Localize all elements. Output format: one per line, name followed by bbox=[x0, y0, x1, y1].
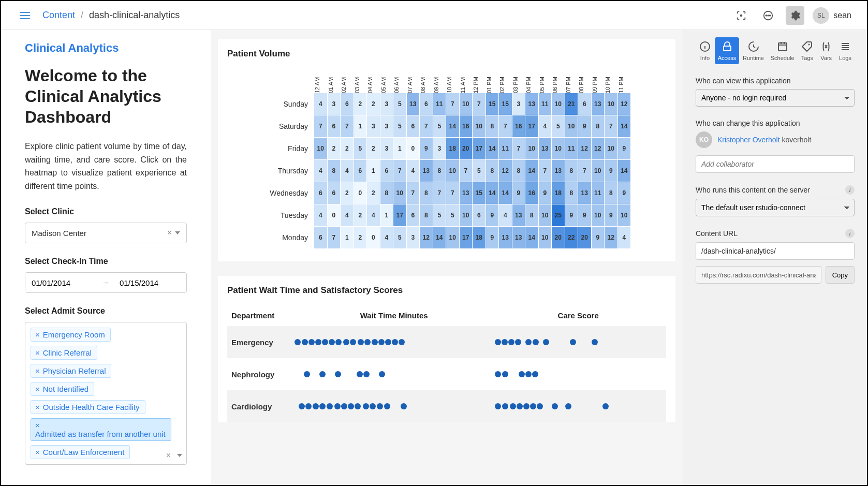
breadcrumb-content-link[interactable]: Content bbox=[42, 10, 75, 20]
heatmap-cell[interactable]: 12 bbox=[499, 160, 512, 182]
admit-tag[interactable]: ×Physician Referral bbox=[31, 364, 111, 378]
tab-info[interactable]: Info bbox=[696, 37, 714, 64]
heatmap-cell[interactable]: 12 bbox=[605, 227, 617, 248]
collab-name-link[interactable]: Kristopher Overholt bbox=[717, 136, 780, 144]
heatmap-cell[interactable]: 4 bbox=[618, 227, 631, 248]
heatmap-cell[interactable]: 10 bbox=[460, 204, 473, 226]
heatmap-cell[interactable]: 4 bbox=[341, 204, 354, 226]
info-icon[interactable]: i bbox=[845, 185, 855, 195]
heatmap-cell[interactable]: 1 bbox=[380, 204, 393, 226]
content-url-input[interactable] bbox=[696, 242, 855, 260]
heatmap-cell[interactable]: 9 bbox=[592, 227, 605, 248]
heatmap-cell[interactable]: 1 bbox=[393, 138, 406, 159]
heatmap-cell[interactable]: 3 bbox=[433, 138, 446, 159]
dot-plot[interactable] bbox=[293, 339, 405, 345]
heatmap-cell[interactable]: 8 bbox=[512, 160, 525, 182]
tab-access[interactable]: Access bbox=[715, 37, 739, 64]
heatmap-cell[interactable]: 2 bbox=[354, 204, 367, 226]
heatmap-cell[interactable]: 7 bbox=[328, 227, 341, 248]
dot-plot[interactable] bbox=[293, 403, 407, 409]
heatmap-cell[interactable]: 7 bbox=[341, 115, 354, 137]
tag-remove-icon[interactable]: × bbox=[35, 348, 40, 357]
heatmap-cell[interactable]: 18 bbox=[473, 227, 486, 248]
heatmap-cell[interactable]: 18 bbox=[446, 138, 459, 159]
tab-runtime[interactable]: Runtime bbox=[740, 37, 767, 64]
heatmap-cell[interactable]: 20 bbox=[552, 227, 565, 248]
heatmap-cell[interactable]: 0 bbox=[407, 138, 420, 159]
hamburger-menu-icon[interactable] bbox=[20, 12, 30, 19]
heatmap-cell[interactable]: 10 bbox=[592, 160, 605, 182]
more-icon[interactable] bbox=[759, 6, 777, 25]
heatmap-cell[interactable]: 17 bbox=[525, 115, 538, 137]
heatmap-cell[interactable]: 6 bbox=[314, 227, 327, 248]
heatmap-cell[interactable]: 1 bbox=[367, 160, 380, 182]
heatmap-cell[interactable]: 10 bbox=[592, 204, 605, 226]
heatmap-cell[interactable]: 7 bbox=[446, 182, 459, 204]
heatmap-cell[interactable]: 6 bbox=[420, 93, 433, 115]
heatmap-cell[interactable]: 14 bbox=[618, 115, 631, 137]
heatmap-cell[interactable]: 8 bbox=[592, 115, 605, 137]
admit-tag[interactable]: ×Admitted as transfer from another unit bbox=[31, 418, 171, 441]
heatmap-cell[interactable]: 4 bbox=[341, 160, 354, 182]
heatmap-cell[interactable]: 1 bbox=[354, 115, 367, 137]
heatmap-cell[interactable]: 6 bbox=[407, 204, 420, 226]
heatmap-cell[interactable]: 10 bbox=[605, 138, 617, 159]
heatmap-cell[interactable]: 2 bbox=[328, 138, 341, 159]
heatmap-cell[interactable]: 13 bbox=[539, 138, 552, 159]
tab-vars[interactable]: Vars bbox=[817, 37, 835, 64]
heatmap-cell[interactable]: 9 bbox=[512, 182, 525, 204]
heatmap-cell[interactable]: 6 bbox=[380, 160, 393, 182]
heatmap-cell[interactable]: 17 bbox=[473, 138, 486, 159]
heatmap-cell[interactable]: 9 bbox=[578, 115, 591, 137]
info-icon[interactable]: i bbox=[845, 229, 855, 238]
heatmap-cell[interactable]: 2 bbox=[341, 138, 354, 159]
heatmap-cell[interactable]: 13 bbox=[407, 93, 420, 115]
heatmap-cell[interactable]: 7 bbox=[499, 115, 512, 137]
heatmap-cell[interactable]: 13 bbox=[525, 93, 538, 115]
heatmap-cell[interactable]: 4 bbox=[380, 227, 393, 248]
tag-remove-icon[interactable]: × bbox=[35, 330, 40, 339]
heatmap-cell[interactable]: 2 bbox=[367, 93, 380, 115]
fullscreen-icon[interactable] bbox=[732, 6, 751, 25]
heatmap-cell[interactable]: 12 bbox=[618, 93, 631, 115]
heatmap-cell[interactable]: 7 bbox=[420, 115, 433, 137]
heatmap-cell[interactable]: 5 bbox=[446, 204, 459, 226]
heatmap-cell[interactable]: 14 bbox=[486, 182, 499, 204]
heatmap-cell[interactable]: 5 bbox=[473, 160, 486, 182]
heatmap-cell[interactable]: 7 bbox=[314, 115, 327, 137]
heatmap-cell[interactable]: 2 bbox=[367, 182, 380, 204]
who-runs-select[interactable]: The default user rstudio-connect bbox=[696, 199, 855, 216]
heatmap-cell[interactable]: 2 bbox=[341, 182, 354, 204]
heatmap-cell[interactable]: 10 bbox=[393, 182, 406, 204]
heatmap-cell[interactable]: 10 bbox=[539, 204, 552, 226]
tag-remove-icon[interactable]: × bbox=[35, 403, 40, 411]
dot-plot[interactable] bbox=[494, 371, 539, 377]
clear-icon[interactable]: × bbox=[167, 228, 172, 238]
heatmap-cell[interactable]: 11 bbox=[592, 182, 605, 204]
admit-tag[interactable]: ×Emergency Room bbox=[31, 328, 111, 342]
heatmap-cell[interactable]: 10 bbox=[473, 115, 486, 137]
heatmap-cell[interactable]: 12 bbox=[420, 227, 433, 248]
heatmap-cell[interactable]: 9 bbox=[605, 204, 617, 226]
heatmap-cell[interactable]: 9 bbox=[605, 160, 617, 182]
heatmap-cell[interactable]: 13 bbox=[592, 93, 605, 115]
heatmap-cell[interactable]: 10 bbox=[605, 93, 617, 115]
heatmap-cell[interactable]: 10 bbox=[565, 115, 578, 137]
heatmap-cell[interactable]: 10 bbox=[460, 93, 473, 115]
tag-remove-icon[interactable]: × bbox=[35, 366, 40, 375]
heatmap-cell[interactable]: 13 bbox=[552, 160, 565, 182]
heatmap-cell[interactable]: 3 bbox=[328, 93, 341, 115]
heatmap-cell[interactable]: 3 bbox=[407, 227, 420, 248]
heatmap-cell[interactable]: 11 bbox=[539, 93, 552, 115]
admit-tag[interactable]: ×Court/Law Enforcement bbox=[31, 445, 130, 459]
heatmap-cell[interactable]: 22 bbox=[565, 227, 578, 248]
heatmap-cell[interactable]: 16 bbox=[525, 182, 538, 204]
heatmap-cell[interactable]: 3 bbox=[380, 93, 393, 115]
heatmap-cell[interactable]: 5 bbox=[433, 115, 446, 137]
clear-icon[interactable]: × bbox=[166, 451, 171, 460]
heatmap-cell[interactable]: 13 bbox=[499, 227, 512, 248]
heatmap-cell[interactable]: 17 bbox=[460, 227, 473, 248]
heatmap-cell[interactable]: 6 bbox=[354, 160, 367, 182]
heatmap-cell[interactable]: 6 bbox=[407, 115, 420, 137]
chevron-down-icon[interactable] bbox=[177, 454, 182, 457]
